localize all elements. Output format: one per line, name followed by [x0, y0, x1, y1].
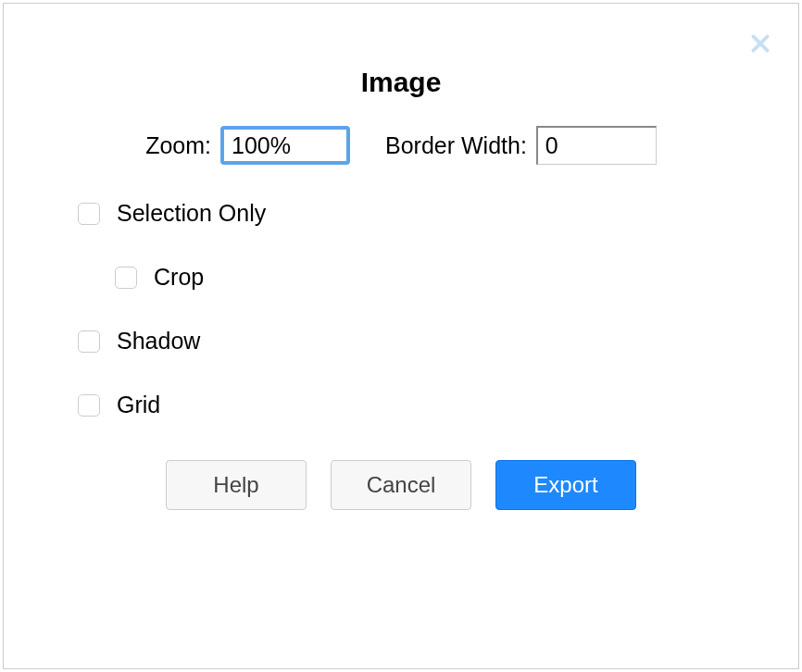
- cancel-button[interactable]: Cancel: [331, 460, 471, 510]
- help-button[interactable]: Help: [166, 460, 307, 510]
- option-crop: Crop: [115, 264, 798, 291]
- dialog-title: Image: [4, 67, 798, 98]
- crop-checkbox[interactable]: [115, 267, 137, 289]
- option-grid: Grid: [78, 392, 798, 418]
- shadow-label: Shadow: [117, 328, 200, 355]
- crop-label: Crop: [154, 264, 204, 291]
- options-group: Selection Only Crop Shadow Grid: [78, 200, 798, 418]
- grid-checkbox[interactable]: [78, 394, 100, 417]
- zoom-input[interactable]: [220, 126, 350, 165]
- close-icon[interactable]: [748, 31, 772, 56]
- dialog-form-row: Zoom: Border Width:: [4, 126, 798, 165]
- selection-only-label: Selection Only: [117, 200, 266, 227]
- image-export-dialog: Image Zoom: Border Width: Selection Only…: [3, 3, 799, 669]
- border-width-input[interactable]: [536, 126, 657, 165]
- zoom-label: Zoom:: [145, 132, 211, 159]
- option-shadow: Shadow: [78, 328, 798, 355]
- shadow-checkbox[interactable]: [78, 330, 100, 353]
- selection-only-checkbox[interactable]: [78, 203, 100, 225]
- export-button[interactable]: Export: [495, 460, 636, 510]
- grid-label: Grid: [117, 392, 160, 418]
- option-selection-only: Selection Only: [78, 200, 798, 227]
- border-width-label: Border Width:: [385, 132, 527, 159]
- button-row: Help Cancel Export: [4, 460, 798, 510]
